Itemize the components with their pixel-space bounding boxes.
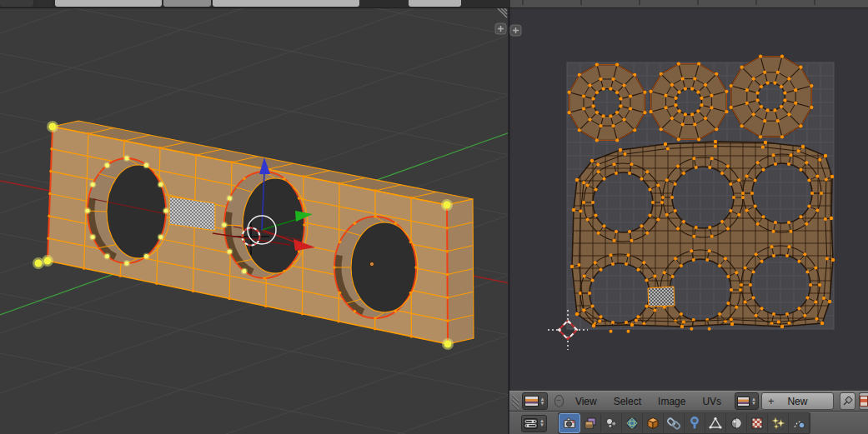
pin-button[interactable] bbox=[840, 392, 855, 410]
cutoff-button[interactable] bbox=[36, 0, 53, 7]
cutoff-button[interactable] bbox=[0, 0, 33, 7]
physics-tab[interactable] bbox=[789, 414, 810, 432]
texture-icon bbox=[750, 417, 764, 430]
menu-image[interactable]: Image bbox=[658, 396, 685, 407]
pin-icon bbox=[841, 396, 853, 407]
chain-icon bbox=[667, 417, 680, 430]
cube-icon bbox=[646, 417, 660, 430]
open-image-button[interactable] bbox=[859, 392, 868, 410]
physics-icon bbox=[792, 417, 805, 430]
chevron-updown-icon: ▲▼ bbox=[751, 397, 756, 406]
render-tab[interactable] bbox=[559, 413, 580, 433]
properties-tab-strip bbox=[558, 412, 810, 434]
scene-tab[interactable] bbox=[601, 414, 622, 432]
layers-icon bbox=[584, 417, 597, 430]
app-window: ▲▼ − View Select Image UVs ▲▼ + New bbox=[0, 0, 868, 434]
menu-select[interactable]: Select bbox=[614, 396, 641, 407]
3d-viewport[interactable] bbox=[0, 7, 509, 434]
cutoff-header-right bbox=[510, 0, 868, 7]
new-image-label: New bbox=[787, 396, 807, 407]
uv-image-editor[interactable] bbox=[510, 7, 868, 391]
wrench-icon bbox=[688, 417, 701, 430]
world-tab[interactable] bbox=[622, 414, 643, 432]
texture-tab[interactable] bbox=[747, 414, 768, 432]
collapse-menus-icon[interactable]: − bbox=[554, 395, 564, 407]
camera-icon bbox=[563, 417, 576, 430]
chevron-updown-icon: ▲▼ bbox=[540, 397, 545, 406]
editor-type-selector[interactable]: ▲▼ bbox=[521, 415, 547, 432]
world-icon bbox=[625, 417, 639, 430]
image-datablock-icon bbox=[737, 397, 750, 407]
cutoff-field[interactable] bbox=[213, 0, 359, 7]
scene-icon bbox=[605, 417, 618, 430]
area-corner-grip[interactable] bbox=[511, 392, 519, 411]
uv-image-editor-icon bbox=[524, 396, 539, 407]
plus-icon: + bbox=[768, 395, 775, 407]
cutoff-field[interactable] bbox=[55, 0, 162, 7]
material-icon bbox=[730, 417, 743, 430]
material-tab[interactable] bbox=[726, 414, 747, 432]
constraints-tab[interactable] bbox=[664, 414, 685, 432]
particles-icon bbox=[771, 417, 785, 430]
properties-editor-icon bbox=[524, 418, 538, 429]
cutoff-top-header bbox=[0, 0, 868, 8]
image-file-icon bbox=[860, 396, 868, 407]
object-tab[interactable] bbox=[643, 414, 664, 432]
chevron-updown-icon: ▲▼ bbox=[539, 419, 544, 427]
mesh-data-icon bbox=[709, 417, 722, 430]
properties-editor-header: ▲▼ bbox=[509, 412, 868, 434]
new-image-button[interactable]: + New bbox=[761, 392, 834, 410]
modifiers-tab[interactable] bbox=[685, 414, 705, 432]
render-layers-tab[interactable] bbox=[580, 414, 601, 432]
editor-type-selector[interactable]: ▲▼ bbox=[522, 392, 548, 410]
cutoff-button[interactable] bbox=[163, 0, 211, 7]
cutoff-field[interactable] bbox=[409, 0, 461, 7]
uv-editor-header: ▲▼ − View Select Image UVs ▲▼ + New bbox=[509, 391, 868, 412]
menu-uvs[interactable]: UVs bbox=[702, 396, 721, 407]
data-tab[interactable] bbox=[705, 414, 726, 432]
menu-view[interactable]: View bbox=[575, 396, 597, 407]
particles-tab[interactable] bbox=[768, 414, 789, 432]
image-datablock-selector[interactable]: ▲▼ bbox=[735, 392, 759, 410]
